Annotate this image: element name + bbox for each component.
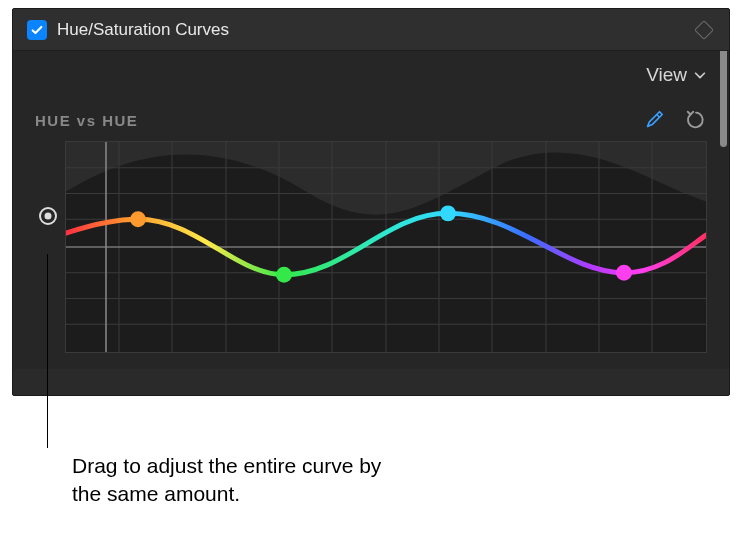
view-menu[interactable]: View bbox=[646, 64, 707, 86]
master-handle-column bbox=[35, 141, 65, 353]
section-enable-checkbox[interactable] bbox=[27, 20, 47, 40]
reset-icon[interactable] bbox=[685, 109, 707, 131]
section-header: Hue/Saturation Curves bbox=[13, 9, 729, 51]
master-curve-handle[interactable] bbox=[39, 207, 57, 225]
chevron-down-icon bbox=[693, 68, 707, 82]
hue-curve-graph[interactable] bbox=[65, 141, 707, 353]
graph-wrap bbox=[35, 141, 707, 353]
ghost-curve bbox=[66, 142, 706, 215]
callout-leader-line bbox=[47, 254, 48, 448]
curve-control-point-3[interactable] bbox=[616, 265, 632, 281]
curve-label-row: HUE vs HUE bbox=[35, 109, 707, 131]
curve-tools bbox=[643, 109, 707, 131]
curve-control-point-2[interactable] bbox=[440, 205, 456, 221]
hue-saturation-panel: Hue/Saturation Curves View HUE vs HUE bbox=[12, 8, 730, 396]
view-menu-label: View bbox=[646, 64, 687, 86]
section-title: Hue/Saturation Curves bbox=[57, 20, 229, 40]
curve-section: HUE vs HUE bbox=[13, 99, 729, 369]
keyframe-icon[interactable] bbox=[694, 20, 714, 40]
callout-text: Drag to adjust the entire curve by the s… bbox=[72, 452, 412, 509]
view-row: View bbox=[13, 51, 729, 99]
eyedropper-icon[interactable] bbox=[643, 109, 665, 131]
curve-control-point-1[interactable] bbox=[276, 267, 292, 283]
curve-control-point-0[interactable] bbox=[130, 211, 146, 227]
checkmark-icon bbox=[30, 23, 44, 37]
curve-label: HUE vs HUE bbox=[35, 112, 138, 129]
